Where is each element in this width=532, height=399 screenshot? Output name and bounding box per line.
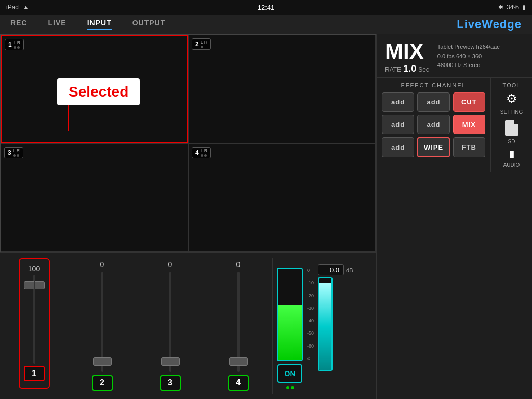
mix-info: MIX RATE 1.0 Sec Tablet Preview h264/aac… (377, 34, 532, 78)
effect-btn-add-3[interactable]: add (382, 115, 414, 134)
mix-rate-label: RATE (385, 66, 401, 73)
nav-bar: REC LIVE INPUT OUTPUT LiveWedge (0, 15, 532, 34)
effect-btn-add-4[interactable]: add (417, 115, 449, 134)
mix-rate-value: 1.0 (403, 63, 416, 74)
effect-btn-add-5[interactable]: add (382, 137, 414, 157)
tool-col: TOOL ⚙ SETTING SD |||| AUDIO (490, 78, 532, 172)
vu-scale: 0 -10 -20 -30 -40 -50 -60 ∞ (307, 268, 314, 361)
video-cell-2[interactable]: 2 L R (188, 35, 376, 143)
mix-meta: Tablet Preview h264/aac 0.0 fps 640 × 36… (437, 43, 500, 70)
fader-section: 100 1 0 2 (0, 252, 376, 399)
fader-num-box-1[interactable]: 1 (24, 366, 45, 381)
effect-btn-cut[interactable]: CUT (453, 92, 485, 112)
fader-handle-2[interactable] (93, 357, 112, 366)
selected-tooltip-container: Selected (57, 78, 140, 105)
mix-meta-1: Tablet Preview h264/aac (437, 43, 500, 52)
on-button[interactable]: ON (277, 364, 302, 383)
vu-inner: ON 0 -10 -20 -30 -40 -50 (277, 262, 372, 390)
video-cell-3[interactable]: 3 L R (1, 143, 188, 252)
fader-value-4: 0 (236, 260, 241, 269)
cell-label-4: 4 L R (192, 147, 211, 158)
mix-meta-3: 48000 Hz Stereo (437, 61, 500, 70)
main-area: 1 L R Selected (0, 34, 532, 399)
tab-input[interactable]: INPUT (87, 19, 112, 30)
effect-channel-title: EFFECT CHANNEL (382, 82, 485, 88)
cell-num-3: 3 (8, 149, 11, 156)
fader-channel-4: 0 4 (204, 258, 272, 394)
effect-btn-wipe[interactable]: WIPE (417, 137, 449, 157)
lr-dots-row (286, 386, 294, 389)
audio-icon[interactable]: |||| (509, 150, 514, 159)
l-dot (286, 386, 289, 389)
effect-grid: add add CUT add add MIX add WIPE FTB (382, 92, 485, 157)
fader-value-2: 0 (100, 260, 104, 269)
fader-channel-3: 0 3 (136, 258, 204, 394)
effect-btn-ftb[interactable]: FTB (453, 137, 485, 157)
status-right: ✱ 34% ▮ (498, 4, 526, 11)
vu-bar-fill-2 (319, 283, 331, 370)
wifi-icon: ▲ (23, 4, 29, 11)
ipad-label: iPad (6, 4, 19, 11)
nav-tabs: REC LIVE INPUT OUTPUT (10, 19, 165, 30)
scale-60: -60 (307, 343, 314, 349)
fader-num-box-2[interactable]: 2 (92, 375, 113, 391)
gear-icon[interactable]: ⚙ (506, 91, 517, 106)
fader-track-3[interactable] (169, 272, 171, 372)
video-cell-1[interactable]: 1 L R Selected (1, 35, 188, 143)
tooltip-line (68, 105, 69, 131)
fader-rail-1 (34, 275, 35, 364)
cell-label-2: 2 L R (192, 38, 211, 50)
cell-label-1: 1 L R (5, 39, 24, 50)
effect-btn-add-2[interactable]: add (417, 92, 449, 112)
battery-icon: ▮ (522, 4, 526, 11)
fader-track-4[interactable] (237, 272, 240, 372)
scale-0: 0 (307, 268, 314, 273)
fader-num-box-3[interactable]: 3 (160, 375, 181, 391)
bluetooth-icon: ✱ (498, 4, 503, 11)
tab-output[interactable]: OUTPUT (132, 19, 166, 30)
db-row: 0.0 dB (318, 264, 353, 275)
cell-lr-4: L R (201, 149, 208, 157)
db-display: 0.0 (318, 264, 344, 275)
fader-channel-2: 0 2 (68, 258, 136, 394)
fader-num-box-4[interactable]: 4 (228, 375, 249, 391)
fader-value-3: 0 (168, 260, 172, 269)
mix-rate-sec: Sec (418, 66, 429, 73)
mix-title: MIX (385, 41, 429, 62)
sd-label: SD (508, 139, 515, 144)
vu-bar-cyan (318, 277, 332, 371)
effect-btn-mix[interactable]: MIX (453, 115, 485, 134)
video-cell-4[interactable]: 4 L R (188, 143, 376, 252)
vu-section: ON 0 -10 -20 -30 -40 -50 (272, 258, 376, 394)
status-bar: iPad ▲ 12:41 ✱ 34% ▮ (0, 0, 532, 15)
fader-handle-3[interactable] (161, 357, 180, 366)
time-display: 12:41 (258, 4, 275, 11)
fader-value-1: 100 (28, 264, 40, 273)
tab-rec[interactable]: REC (10, 19, 28, 30)
mix-title-area: MIX RATE 1.0 Sec (385, 41, 429, 74)
effect-btn-add-1[interactable]: add (382, 92, 414, 112)
fader-track-2[interactable] (101, 272, 103, 372)
fader-handle-4[interactable] (229, 357, 248, 366)
effect-col: EFFECT CHANNEL add add CUT add add MIX a… (377, 78, 490, 172)
fader-1-box: 100 1 (19, 258, 50, 389)
scale-50: -50 (307, 330, 314, 336)
cell-label-3: 3 L R (4, 147, 23, 158)
mix-rate: RATE 1.0 Sec (385, 63, 429, 74)
scale-40: -40 (307, 318, 314, 323)
vu-right-col: 0.0 dB (318, 262, 353, 371)
scale-inf: ∞ (307, 356, 314, 361)
db-unit: dB (346, 267, 353, 273)
setting-label: SETTING (500, 109, 523, 115)
cell-lr-1: L R (14, 41, 21, 49)
battery-label: 34% (507, 4, 519, 11)
on-area: ON (277, 262, 303, 389)
scale-20: -20 (307, 293, 314, 298)
selected-tooltip: Selected (57, 78, 140, 105)
cell-num-1: 1 (8, 41, 12, 48)
app-title: LiveWedge (457, 18, 522, 31)
sd-card-icon[interactable] (505, 120, 518, 136)
app-title-text: LiveWedge (457, 18, 522, 31)
tab-live[interactable]: LIVE (48, 19, 66, 30)
fader-track-1[interactable] (33, 275, 35, 364)
